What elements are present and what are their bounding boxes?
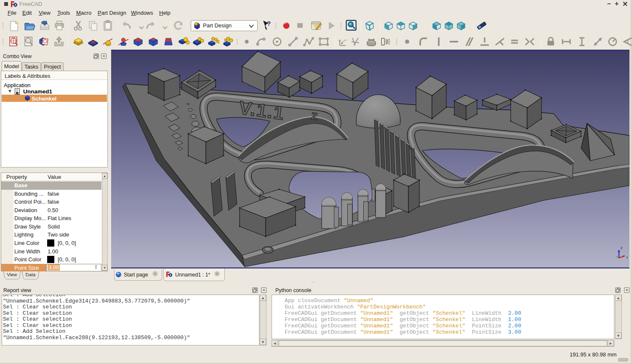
svg-text:z: z xyxy=(621,246,623,250)
svg-text:x: x xyxy=(626,255,628,259)
svg-text:?: ? xyxy=(267,20,271,27)
